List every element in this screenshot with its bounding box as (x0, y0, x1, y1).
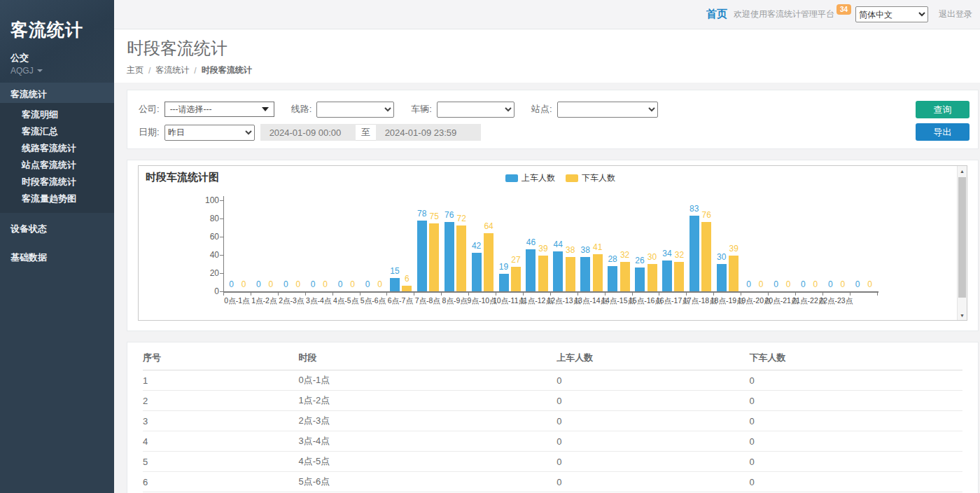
date-to-input[interactable]: 2024-01-09 23:59 (376, 124, 481, 141)
table-cell: 3 (143, 411, 298, 431)
bar-value-label: 0 (256, 279, 261, 289)
x-axis-tick (550, 293, 551, 296)
bar-value-label: 0 (311, 279, 316, 289)
line-select[interactable] (316, 102, 394, 118)
bar-value-label: 0 (377, 279, 382, 289)
bar-value-label: 0 (774, 279, 778, 289)
x-axis-label: 1点-2点 (251, 296, 276, 306)
y-axis-label: 40 (195, 250, 219, 260)
x-axis-tick (850, 293, 850, 296)
bar-value-label: 0 (759, 279, 764, 289)
bar-value-label: 27 (511, 255, 520, 265)
breadcrumb-passenger-stats[interactable]: 客流统计 (155, 64, 189, 76)
bar-alighting (674, 262, 684, 291)
sidebar-item-base-data[interactable]: 基础数据 (0, 245, 114, 270)
chart-vertical-scrollbar[interactable]: ▲ ▼ (957, 166, 967, 320)
bar-boarding (526, 249, 536, 291)
header-index: 序号 (143, 342, 298, 370)
bar-alighting (511, 267, 521, 291)
breadcrumb-current: 时段客流统计 (202, 64, 252, 76)
date-separator: 至 (356, 124, 376, 141)
home-link[interactable]: 首页 (706, 8, 727, 21)
table-cell: 0 (556, 391, 749, 411)
chevron-down-icon (262, 107, 269, 111)
x-axis-tick (632, 293, 633, 296)
bar-alighting (701, 222, 711, 291)
date-preset-select[interactable]: 昨日 (164, 125, 255, 141)
export-button[interactable]: 导出 (916, 123, 969, 141)
page-title: 时段客流统计 (127, 37, 980, 60)
bar-value-label: 0 (338, 279, 343, 289)
table-cell: 2 (143, 391, 298, 411)
sidebar-item-station-stats[interactable]: 站点客流统计 (0, 157, 114, 174)
x-axis-tick (877, 293, 878, 296)
bar-alighting (620, 262, 630, 291)
table-cell: 0 (556, 472, 749, 492)
date-label: 日期: (139, 126, 160, 139)
station-select[interactable] (557, 102, 658, 118)
bar-value-label: 0 (828, 279, 833, 289)
bar-value-label: 38 (581, 245, 590, 255)
scroll-up-icon[interactable]: ▲ (958, 166, 967, 176)
scroll-down-icon[interactable]: ▼ (958, 310, 967, 320)
x-axis-label: 3点-4点 (306, 296, 331, 306)
welcome-text: 欢迎使用客流统计管理平台 (734, 8, 834, 20)
sidebar-item-device-status[interactable]: 设备状态 (0, 216, 114, 242)
table-cell: 0点-1点 (298, 370, 556, 391)
y-axis-line (223, 196, 224, 291)
bar-alighting (402, 286, 412, 291)
company-select[interactable]: ---请选择--- (164, 102, 274, 117)
table-cell: 4 (143, 431, 298, 452)
bar-value-label: 0 (840, 279, 845, 289)
bar-value-label: 0 (229, 279, 234, 289)
x-axis-line (223, 291, 878, 293)
language-select[interactable]: 简体中文 (855, 6, 928, 22)
bar-value-label: 32 (620, 250, 629, 260)
header-period: 时段 (298, 342, 556, 370)
sidebar-item-flow-summary[interactable]: 客流汇总 (0, 123, 114, 140)
logout-link[interactable]: 退出登录 (939, 8, 972, 20)
sidebar-submenu: 客流明细 客流汇总 线路客流统计 站点客流统计 时段客流统计 客流量趋势图 (0, 103, 114, 213)
sidebar: 客流统计 公交 AQGJ 客流统计 客流明细 客流汇总 线路客流统计 站点客流统… (0, 0, 114, 493)
x-axis-tick (251, 293, 251, 296)
sidebar-item-line-stats[interactable]: 线路客流统计 (0, 140, 114, 157)
table-cell: 2点-3点 (298, 411, 556, 431)
bar-boarding (662, 261, 672, 291)
table-row: 21点-2点00 (143, 391, 962, 411)
x-axis-label: 4点-5点 (333, 296, 358, 306)
x-axis-tick (278, 293, 279, 296)
sidebar-item-period-stats[interactable]: 时段客流统计 (0, 174, 114, 190)
sidebar-item-trend-chart[interactable]: 客流量趋势图 (0, 190, 114, 207)
bar-value-label: 44 (554, 239, 563, 249)
x-axis-tick (386, 293, 387, 296)
line-label: 线路: (291, 103, 312, 116)
bar-value-label: 30 (717, 252, 726, 262)
bar-value-label: 0 (241, 279, 246, 289)
chart-box: 时段车流统计图 上车人数 下车人数 0204060801000点-1点001点-… (138, 165, 967, 321)
x-axis-tick (822, 293, 823, 296)
sidebar-item-flow-detail[interactable]: 客流明细 (0, 106, 114, 123)
query-button[interactable]: 查询 (916, 101, 969, 118)
filter-panel: 公司: ---请选择--- 线路: 车辆: 站点: 日期: 昨日 2024-01… (127, 90, 979, 149)
sidebar-item-passenger-stats[interactable]: 客流统计 (0, 83, 114, 103)
scrollbar-thumb[interactable] (958, 177, 966, 298)
vehicle-select[interactable] (437, 102, 514, 118)
x-axis-label: 5点-6点 (360, 296, 386, 306)
table-panel: 序号 时段 上车人数 下车人数 10点-1点0021点-2点0032点-3点00… (127, 342, 979, 493)
org-selector[interactable]: AQGJ (10, 66, 104, 76)
bar-value-label: 0 (867, 279, 872, 289)
y-axis-tick (220, 291, 223, 292)
table-cell: 1点-2点 (298, 391, 556, 411)
breadcrumb-home[interactable]: 主页 (127, 64, 144, 76)
content: 公司: ---请选择--- 线路: 车辆: 站点: 日期: 昨日 2024-01… (114, 83, 980, 493)
x-axis-tick (795, 293, 796, 296)
bar-value-label: 76 (702, 210, 711, 220)
sidebar-nav: 客流统计 客流明细 客流汇总 线路客流统计 站点客流统计 时段客流统计 客流量趋… (0, 83, 114, 270)
notification-badge[interactable]: 34 (836, 4, 851, 15)
y-axis-label: 60 (195, 232, 219, 242)
bar-value-label: 39 (538, 244, 547, 254)
date-from-input[interactable]: 2024-01-09 00:00 (260, 124, 356, 141)
table-cell: 0 (750, 431, 962, 452)
bar-alighting (593, 254, 603, 291)
vehicle-label: 车辆: (411, 103, 432, 116)
